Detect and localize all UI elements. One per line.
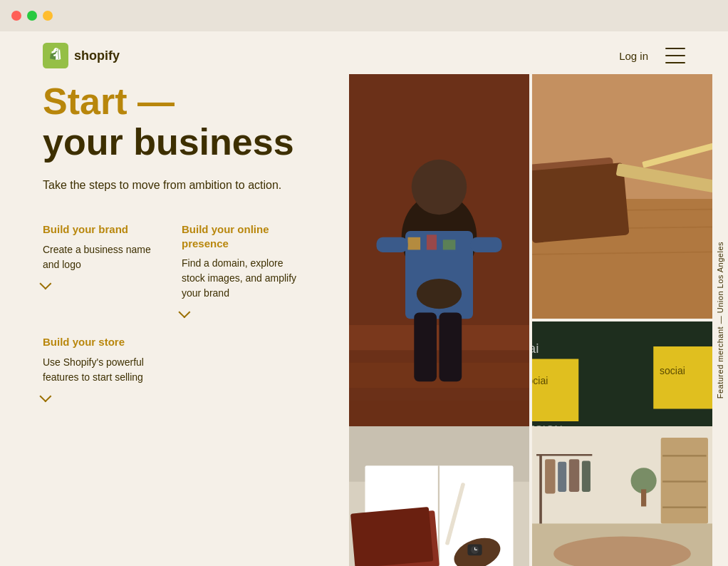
svg-rect-60 — [661, 438, 708, 523]
card-build-online: Build your online presence Find a domain… — [182, 222, 306, 318]
card-build-store-desc: Use Shopify's powerful features to start… — [43, 355, 167, 385]
card-build-store: Build your store Use Shopify's powerful … — [43, 335, 167, 402]
cards-grid: Build your brand Create a business name … — [43, 222, 306, 402]
svg-rect-56 — [545, 459, 555, 493]
headline-start: Start — — [43, 81, 175, 122]
card-build-brand-desc: Create a business name and logo — [43, 242, 167, 272]
svg-rect-58 — [569, 459, 579, 492]
navbar: shopify Log in — [0, 31, 728, 74]
hero-subtitle: Take the steps to move from ambition to … — [43, 177, 306, 194]
close-button[interactable] — [11, 11, 21, 21]
svg-rect-13 — [376, 237, 407, 252]
minimize-button[interactable] — [27, 11, 37, 21]
svg-rect-12 — [443, 240, 456, 249]
chevron-down-icon-3 — [39, 390, 51, 402]
svg-point-15 — [417, 279, 462, 309]
shopify-wordmark: shopify — [74, 48, 124, 63]
svg-rect-5 — [349, 401, 529, 426]
card-build-online-chevron-wrap[interactable] — [182, 309, 306, 318]
svg-rect-57 — [558, 462, 566, 492]
left-panel: Start — your business Take the steps to … — [0, 74, 349, 566]
svg-point-8 — [412, 160, 467, 215]
svg-rect-28 — [532, 359, 578, 422]
logo[interactable]: shopify — [43, 43, 124, 68]
svg-text:shopify: shopify — [74, 48, 120, 63]
chevron-down-icon — [39, 277, 51, 289]
image-notebook — [349, 426, 529, 566]
headline-rest: your business — [43, 121, 294, 163]
title-bar — [0, 0, 728, 31]
svg-rect-14 — [471, 237, 502, 252]
right-images-container: sociai REDESIGN TESTING SOCIAL SOCIAL so… — [349, 74, 728, 566]
svg-rect-29 — [653, 346, 712, 409]
login-button[interactable]: Log in — [619, 50, 648, 62]
svg-rect-11 — [427, 235, 437, 249]
menu-button[interactable] — [665, 48, 685, 63]
card-build-store-title[interactable]: Build your store — [43, 335, 167, 349]
main-content: Start — your business Take the steps to … — [0, 74, 728, 566]
svg-rect-17 — [440, 312, 462, 381]
hamburger-line-1 — [665, 48, 685, 49]
hamburger-line-2 — [665, 55, 685, 56]
image-store-interior — [532, 426, 712, 566]
card-build-store-chevron-wrap[interactable] — [43, 393, 167, 402]
notebook-svg — [349, 426, 529, 566]
shopify-logo-icon — [43, 43, 68, 68]
svg-rect-59 — [582, 461, 591, 492]
svg-rect-62 — [662, 480, 706, 482]
nav-right: Log in — [619, 48, 685, 63]
svg-rect-63 — [662, 506, 706, 508]
page-headline: Start — your business — [43, 81, 306, 163]
maximize-button[interactable] — [43, 11, 53, 21]
featured-merchant: Featured merchant — Union Los Angeles — [712, 74, 728, 566]
svg-text:sociai: sociai — [532, 341, 539, 356]
image-wood-crafts — [532, 74, 712, 319]
bottom-image-row — [349, 426, 712, 566]
store-interior-svg — [532, 426, 712, 566]
svg-rect-24 — [532, 163, 629, 243]
svg-rect-61 — [662, 455, 706, 456]
card-build-online-desc: Find a domain, explore stock images, and… — [182, 256, 306, 301]
svg-rect-66 — [641, 489, 646, 506]
hamburger-line-3 — [665, 62, 685, 63]
page: shopify Log in Start — your business Tak… — [0, 31, 728, 566]
card-build-brand: Build your brand Create a business name … — [43, 222, 167, 318]
svg-rect-10 — [407, 237, 420, 250]
svg-rect-16 — [414, 312, 437, 381]
wood-crafts-svg — [532, 74, 712, 319]
chevron-down-icon-2 — [178, 307, 190, 319]
svg-text:sociai: sociai — [660, 365, 685, 376]
featured-merchant-text: Featured merchant — Union Los Angeles — [716, 242, 724, 398]
card-build-brand-title[interactable]: Build your brand — [43, 222, 167, 237]
card-build-online-title[interactable]: Build your online presence — [182, 222, 306, 250]
svg-text:sociai: sociai — [532, 375, 548, 386]
card-build-brand-chevron-wrap[interactable] — [43, 281, 167, 289]
svg-rect-44 — [350, 507, 433, 566]
